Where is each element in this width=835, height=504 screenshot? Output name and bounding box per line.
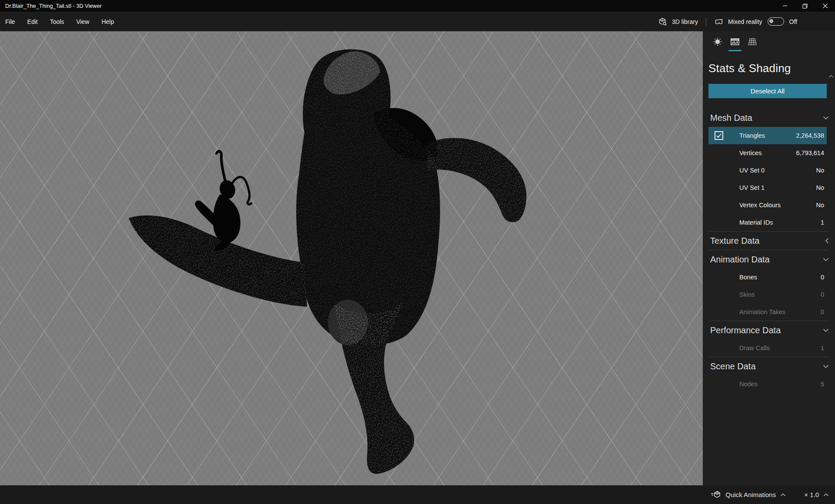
row-vertex-colours[interactable]: Vertex Colours No: [708, 196, 827, 214]
quick-animations-icon: [711, 491, 721, 499]
section-label: Scene Data: [710, 361, 756, 371]
menu-file[interactable]: File: [5, 16, 15, 28]
row-value: No: [816, 202, 824, 209]
row-label: Bones: [739, 274, 757, 281]
active-tab-underline: [728, 50, 741, 51]
row-vertices[interactable]: Vertices 6,793,614: [708, 144, 827, 162]
tab-grid[interactable]: [744, 36, 761, 47]
menu-items: File Edit Tools View Help: [0, 16, 126, 28]
deselect-all-button[interactable]: Deselect All: [708, 84, 827, 98]
row-material-ids[interactable]: Material IDs 1: [708, 214, 827, 231]
title-bar: Dr.Blair_The_Thing_Tail.stl - 3D Viewer: [0, 0, 835, 12]
section-texture-data[interactable]: Texture Data: [703, 232, 835, 250]
row-value: 6,793,614: [796, 149, 824, 156]
chevron-up-icon: [780, 493, 786, 497]
chevron-up-icon: [823, 493, 829, 497]
menu-separator: [706, 17, 706, 26]
row-value: No: [816, 167, 824, 174]
3d-library-button[interactable]: 3D library: [658, 17, 698, 27]
stats-sections: Mesh Data Triangles 2,264,538 Vertices 6…: [703, 109, 835, 393]
status-bar: Quick Animations × 1.0: [0, 485, 835, 504]
window-controls: [775, 0, 835, 12]
section-label: Performance Data: [710, 325, 781, 335]
tab-stats[interactable]: [726, 36, 744, 51]
quick-animations-button[interactable]: Quick Animations: [711, 491, 786, 499]
window-title: Dr.Blair_The_Thing_Tail.stl - 3D Viewer: [0, 3, 102, 9]
chevron-left-icon: [825, 238, 829, 244]
row-uv-set-1[interactable]: UV Set 1 No: [708, 179, 827, 196]
stats-panel: Stats & Shading Deselect All Mesh Data T…: [703, 31, 835, 485]
section-animation-data[interactable]: Animation Data: [703, 250, 835, 269]
mixed-reality-toggle[interactable]: [768, 17, 784, 26]
row-label: Vertex Colours: [739, 202, 781, 209]
section-scene-data[interactable]: Scene Data: [703, 357, 835, 375]
row-label: Triangles: [739, 132, 765, 139]
mixed-reality-state: Off: [789, 18, 797, 25]
row-label: UV Set 0: [739, 167, 765, 174]
minimize-icon: [783, 3, 788, 8]
model-canvas: [0, 31, 703, 485]
stats-icon: [730, 36, 740, 47]
sun-icon: [712, 36, 723, 47]
restore-icon: [802, 3, 808, 9]
chevron-down-icon: [823, 116, 829, 120]
checkbox-check-icon: [716, 133, 722, 138]
menu-bar: File Edit Tools View Help 3D library Mix…: [0, 12, 835, 31]
3d-library-label: 3D library: [672, 18, 698, 25]
section-label: Animation Data: [710, 255, 770, 265]
chevron-down-icon: [823, 258, 829, 262]
row-uv-set-0[interactable]: UV Set 0 No: [708, 162, 827, 179]
menu-edit[interactable]: Edit: [27, 16, 38, 28]
menu-help[interactable]: Help: [101, 16, 114, 28]
creature-model: [129, 50, 526, 474]
row-skins[interactable]: Skins 0: [708, 286, 827, 303]
3d-viewport[interactable]: [0, 31, 703, 485]
menu-view[interactable]: View: [76, 16, 89, 28]
tab-environment[interactable]: [709, 36, 726, 47]
row-value: 1: [821, 345, 824, 351]
row-label: Vertices: [739, 149, 762, 156]
section-label: Mesh Data: [710, 113, 752, 123]
mixed-reality-group: Mixed reality Off: [714, 17, 797, 27]
3d-library-icon: [658, 17, 668, 27]
section-mesh-data[interactable]: Mesh Data: [703, 109, 835, 127]
row-label: Skins: [739, 291, 755, 298]
menu-tools[interactable]: Tools: [50, 16, 64, 28]
row-value: 1: [821, 219, 824, 226]
perspective-grid-icon: [747, 36, 758, 47]
row-value: 2,264,538: [796, 132, 824, 139]
row-value: 5: [821, 381, 824, 388]
row-value: 0: [821, 291, 824, 298]
close-icon: [823, 3, 828, 8]
quick-animations-label: Quick Animations: [725, 491, 776, 498]
row-label: Animation Takes: [739, 308, 785, 315]
row-animation-takes[interactable]: Animation Takes 0: [708, 303, 827, 321]
section-label: Texture Data: [710, 236, 759, 246]
row-nodes[interactable]: Nodes 5: [708, 375, 827, 393]
restore-button[interactable]: [795, 0, 815, 12]
chevron-down-icon: [823, 365, 829, 368]
row-label: Material IDs: [739, 219, 773, 226]
section-performance-data[interactable]: Performance Data: [703, 321, 835, 339]
mixed-reality-label: Mixed reality: [728, 18, 762, 25]
row-value: 0: [821, 274, 824, 281]
row-label: Nodes: [739, 381, 758, 388]
close-button[interactable]: [815, 0, 835, 12]
mixed-reality-icon: [714, 17, 724, 27]
toggle-knob: [769, 19, 773, 23]
triangles-checkbox[interactable]: [715, 131, 723, 140]
row-value: No: [816, 184, 824, 191]
panel-title: Stats & Shading: [703, 53, 835, 75]
row-label: UV Set 1: [739, 184, 765, 191]
panel-tabs: [703, 31, 835, 53]
chevron-down-icon: [823, 328, 829, 332]
row-draw-calls[interactable]: Draw Calls 1: [708, 339, 827, 357]
row-label: Draw Calls: [739, 345, 770, 351]
row-value: 0: [821, 308, 824, 315]
row-triangles[interactable]: Triangles 2,264,538: [708, 127, 827, 144]
animation-speed-label: × 1.0: [804, 491, 819, 498]
scroll-up-icon[interactable]: [828, 75, 834, 78]
minimize-button[interactable]: [775, 0, 795, 12]
row-bones[interactable]: Bones 0: [708, 269, 827, 286]
animation-speed-button[interactable]: × 1.0: [804, 491, 829, 498]
